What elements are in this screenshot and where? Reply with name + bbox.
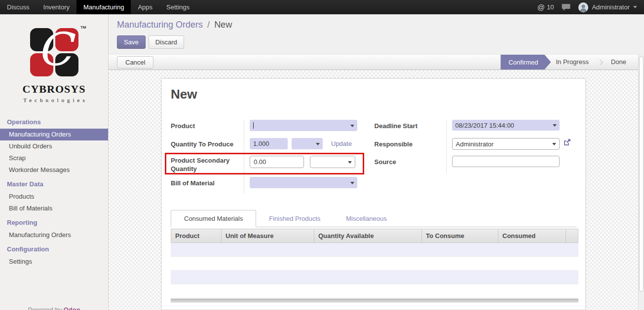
statusbar: Cancel Confirmed In Progress Done: [109, 54, 638, 70]
stage-chevron-icon: [597, 59, 603, 66]
chevron-down-icon: [633, 6, 637, 8]
product-secondary-quantity-label: Product Secondary Quantity: [171, 154, 244, 177]
scrollbar-thumb[interactable]: [639, 56, 644, 292]
tab-miscellaneous[interactable]: Miscellaneous: [333, 211, 399, 227]
deadline-start-field[interactable]: 08/23/2017 15:44:00: [452, 120, 560, 131]
responsible-field[interactable]: Administrator: [452, 138, 560, 150]
column-empty: [566, 229, 578, 242]
sidebar-menu: Operations Manufacturing Orders Unbuild …: [0, 114, 108, 268]
bill-of-material-dropdown[interactable]: [250, 177, 357, 188]
section-operations: Operations: [0, 114, 108, 129]
save-button[interactable]: Save: [117, 35, 146, 49]
menu-discuss[interactable]: Discuss: [0, 0, 37, 14]
responsible-value: Administrator: [456, 140, 494, 148]
sidebar-item-products[interactable]: Products: [0, 191, 108, 203]
notebook: Consumed Materials Finished Products Mis…: [171, 210, 576, 303]
form-group-right: Deadline Start 08/23/2017 15:44:00 Respo…: [375, 120, 576, 194]
source-input[interactable]: [452, 156, 560, 167]
main-menu: Discuss Inventory Manufacturing Apps Set…: [0, 0, 196, 14]
brand-subtitle: Technologies: [0, 97, 108, 103]
quantity-value: 1.000: [253, 140, 269, 147]
sidebar-item-scrap[interactable]: Scrap: [0, 152, 108, 164]
table-row[interactable]: [171, 271, 578, 284]
secondary-quantity-input[interactable]: 0.00: [250, 156, 304, 168]
section-configuration: Configuration: [0, 241, 108, 256]
tab-consumed-materials[interactable]: Consumed Materials: [171, 210, 256, 227]
mentions-counter[interactable]: @ 10: [537, 3, 554, 11]
trademark-mark: TM: [80, 25, 86, 30]
sidebar: C TM CYBROSYS Technologies Operations Ma…: [0, 14, 109, 310]
sidebar-item-bill-of-materials[interactable]: Bill of Materials: [0, 203, 108, 214]
sidebar-item-unbuild-orders[interactable]: Unbuild Orders: [0, 140, 108, 152]
app-window: Discuss Inventory Manufacturing Apps Set…: [0, 0, 644, 310]
record-title: New: [171, 87, 576, 102]
consumed-materials-table: Product Unit of Measure Quantity Availab…: [171, 229, 578, 303]
stage-pipeline: Confirmed In Progress Done: [500, 55, 638, 69]
menu-settings[interactable]: Settings: [159, 0, 196, 14]
menu-inventory[interactable]: Inventory: [37, 0, 76, 14]
section-reporting: Reporting: [0, 214, 108, 229]
stage-confirmed[interactable]: Confirmed: [500, 55, 551, 69]
company-logo: C TM CYBROSYS Technologies: [0, 14, 108, 103]
table-row[interactable]: [171, 284, 578, 298]
table-horizontal-scrollbar[interactable]: [171, 299, 578, 303]
dropdown-caret-icon[interactable]: [350, 125, 354, 127]
dropdown-caret-icon[interactable]: [316, 143, 320, 145]
main-content: Manufacturing Orders / New Save Discard …: [109, 14, 644, 310]
external-link-icon[interactable]: [563, 138, 571, 146]
responsible-label: Responsible: [375, 138, 446, 156]
text-cursor: [253, 122, 254, 129]
table-row[interactable]: [171, 257, 578, 271]
avatar: [578, 2, 588, 12]
breadcrumb-current: New: [214, 20, 232, 30]
chat-bubble-icon[interactable]: [562, 3, 570, 11]
top-navbar: Discuss Inventory Manufacturing Apps Set…: [0, 0, 644, 14]
brand-name: CYBROSYS: [0, 83, 108, 96]
column-product[interactable]: Product: [171, 229, 222, 242]
sidebar-item-reporting-manufacturing-orders[interactable]: Manufacturing Orders: [0, 229, 108, 241]
menu-apps[interactable]: Apps: [131, 0, 159, 14]
product-field[interactable]: [250, 120, 357, 131]
column-consumed[interactable]: Consumed: [498, 229, 566, 242]
sidebar-item-workorder-messages[interactable]: Workorder Messages: [0, 164, 108, 176]
column-unit-of-measure[interactable]: Unit of Measure: [222, 229, 314, 242]
quantity-to-produce-label: Quantity To Produce: [171, 138, 244, 154]
column-to-consume[interactable]: To Consume: [422, 229, 498, 242]
dropdown-caret-icon[interactable]: [348, 161, 352, 164]
deadline-start-value: 08/23/2017 15:44:00: [455, 122, 514, 129]
product-label: Product: [171, 120, 244, 138]
dropdown-caret-icon[interactable]: [553, 124, 557, 127]
dropdown-caret-icon[interactable]: [552, 143, 556, 145]
column-quantity-available[interactable]: Quantity Available: [314, 229, 422, 242]
section-master-data: Master Data: [0, 176, 108, 191]
quantity-uom-dropdown[interactable]: [292, 138, 323, 149]
sidebar-item-settings[interactable]: Settings: [0, 256, 108, 268]
secondary-quantity-value: 0.00: [254, 158, 266, 166]
stage-done[interactable]: Done: [606, 55, 631, 69]
user-name: Administrator: [592, 3, 630, 11]
discard-button[interactable]: Discard: [149, 35, 184, 49]
mentions-count: 10: [547, 3, 554, 11]
breadcrumb-parent[interactable]: Manufacturing Orders: [117, 20, 203, 30]
tab-finished-products[interactable]: Finished Products: [256, 211, 333, 227]
menu-manufacturing[interactable]: Manufacturing: [76, 0, 131, 14]
form-sheet: New Product: [161, 78, 586, 310]
secondary-uom-dropdown[interactable]: [310, 156, 355, 168]
update-link[interactable]: Update: [331, 138, 352, 147]
bill-of-material-label: Bill of Material: [171, 177, 244, 194]
breadcrumb: Manufacturing Orders / New: [117, 20, 644, 30]
deadline-start-label: Deadline Start: [375, 120, 446, 138]
vertical-scrollbar[interactable]: [638, 54, 644, 310]
odoo-link[interactable]: Odoo: [64, 306, 80, 310]
cancel-button[interactable]: Cancel: [117, 56, 153, 69]
dropdown-caret-icon[interactable]: [350, 182, 354, 184]
form-group-left: Product Quantity To Produce: [171, 120, 363, 194]
table-row[interactable]: [171, 243, 578, 257]
user-menu[interactable]: Administrator: [578, 2, 637, 12]
stage-in-progress[interactable]: In Progress: [551, 55, 593, 69]
quantity-to-produce-input[interactable]: 1.000: [250, 138, 288, 149]
powered-by: Powered by Odoo: [0, 306, 108, 310]
form-view-background: New Product: [109, 70, 638, 310]
logo-monogram: C: [30, 20, 78, 79]
sidebar-item-manufacturing-orders[interactable]: Manufacturing Orders: [0, 129, 108, 140]
